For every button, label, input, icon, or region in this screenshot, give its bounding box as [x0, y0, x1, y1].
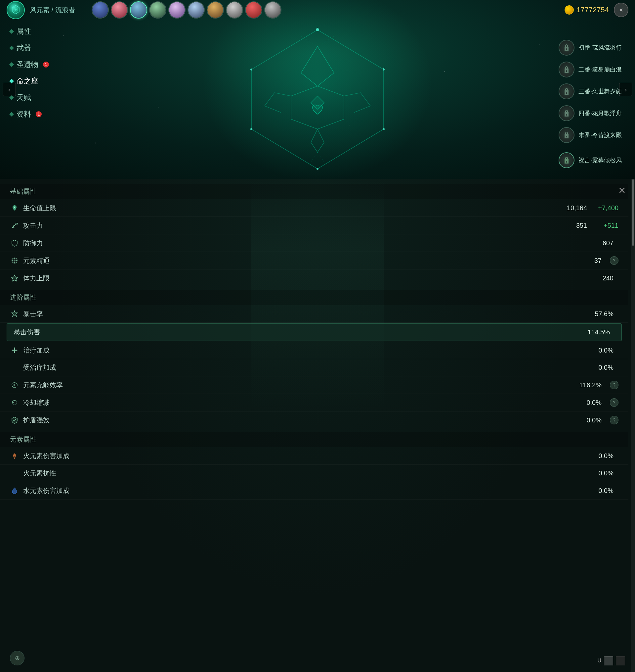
- stat-row-cd: 暴击伤害 114.5%: [7, 323, 622, 341]
- menu-label-constellation: 命之座: [17, 76, 38, 86]
- scrollbar-track[interactable]: [631, 179, 635, 672]
- bottom-nav: ⊕: [10, 651, 24, 665]
- menu-item-attributes[interactable]: 属性: [10, 26, 49, 37]
- svg-point-5: [316, 168, 319, 170]
- pyro-res-value: 0.0%: [598, 469, 613, 477]
- menu-item-weapon[interactable]: 武器: [10, 43, 49, 53]
- cr-label: 暴击率: [23, 310, 309, 318]
- cr-value: 57.6%: [595, 310, 613, 318]
- menu-label-artifact: 圣遗物: [17, 60, 38, 69]
- stat-row-hp: 生命值上限 10,164 +7,400: [0, 199, 628, 217]
- char-avatar-6[interactable]: [188, 1, 205, 19]
- pyro-dmg-label: 火元素伤害加成: [23, 451, 311, 460]
- skill-item-2[interactable]: 二番·簸岛崩白浪: [559, 62, 622, 78]
- profile-badge: 1: [36, 111, 42, 117]
- cdr-icon: [10, 398, 19, 407]
- heal-label: 治疗加成: [23, 346, 311, 355]
- atk-bonus: +511: [592, 222, 618, 229]
- menu-label-talent: 天赋: [17, 93, 31, 103]
- er-label: 元素充能效率: [23, 381, 301, 390]
- gold-amount: 17772754: [576, 6, 609, 14]
- em-value: 37: [594, 257, 601, 265]
- skill-item-4[interactable]: 四番·花月歌浮舟: [559, 105, 622, 121]
- char-avatar-1[interactable]: [92, 1, 109, 19]
- heal-recv-value: 0.0%: [598, 364, 613, 372]
- skill-item-5[interactable]: 末番·今昔渡来殿: [559, 127, 622, 143]
- menu-item-profile[interactable]: 资料 1: [10, 109, 49, 119]
- nav-square-2[interactable]: [616, 656, 625, 665]
- stat-row-def: 防御力 607: [0, 234, 628, 252]
- menu-diamond-profile: [9, 112, 14, 117]
- em-icon: [10, 256, 19, 265]
- cr-icon: [10, 309, 19, 318]
- cdr-value: 0.0%: [586, 399, 601, 406]
- stat-row-stamina: 体力上限 240: [0, 270, 628, 287]
- stat-row-hydro-dmg: 水元素伤害加成 0.0%: [0, 482, 628, 500]
- char-avatar-7[interactable]: [207, 1, 224, 19]
- cdr-label: 冷却缩减: [23, 398, 305, 407]
- nav-square-1[interactable]: [604, 656, 613, 665]
- em-help[interactable]: ?: [610, 256, 618, 265]
- hydro-dmg-value: 0.0%: [598, 487, 613, 495]
- cd-label: 暴击伤害: [14, 328, 301, 337]
- stamina-label: 体力上限: [23, 274, 313, 283]
- menu-item-artifact[interactable]: 圣遗物 1: [10, 60, 49, 69]
- char-avatar-5[interactable]: [168, 1, 185, 19]
- heal-value: 0.0%: [598, 346, 613, 354]
- bottom-nav-add[interactable]: ⊕: [10, 651, 24, 665]
- menu-item-constellation[interactable]: 命之座: [10, 76, 49, 86]
- hp-value: 10,164: [567, 204, 587, 212]
- cdr-help[interactable]: ?: [610, 398, 618, 407]
- left-menu: 属性 武器 圣遗物 1 命之座 天赋 资料 1: [10, 26, 49, 119]
- stat-row-heal-recv: 受治疗加成 0.0%: [0, 359, 628, 376]
- skill-item-1[interactable]: 初番·茂风流羽行: [559, 40, 622, 56]
- top-section: 风元素 / 流浪者: [0, 0, 635, 179]
- def-label: 防御力: [23, 239, 313, 248]
- def-value: 607: [603, 239, 613, 247]
- stat-row-atk: 攻击力 351 +511: [0, 217, 628, 234]
- pyro-icon: [10, 451, 19, 460]
- char-avatar-10[interactable]: [264, 1, 281, 19]
- skill-name-6: 祝言·霓幕倾松风: [578, 156, 622, 164]
- section-advanced-title: 进阶属性: [0, 290, 628, 305]
- stat-row-pyro-res: 火元素抗性 0.0%: [0, 465, 628, 482]
- skill-item-6[interactable]: 祝言·霓幕倾松风: [559, 152, 622, 168]
- em-label: 元素精通: [23, 256, 309, 265]
- character-avatar-list: [92, 1, 281, 19]
- nav-u-label: U: [597, 658, 601, 664]
- hydro-icon: [10, 486, 19, 495]
- shield-icon: [10, 416, 19, 425]
- shield-help[interactable]: ?: [610, 416, 618, 424]
- shield-label: 护盾强效: [23, 416, 305, 425]
- bottom-right-nav: U: [597, 656, 625, 665]
- hp-icon: [10, 203, 19, 212]
- skill-name-3: 三番·久世舞夕颜: [578, 87, 622, 95]
- section-elemental-title: 元素属性: [0, 432, 628, 447]
- char-avatar-4[interactable]: [149, 1, 166, 19]
- menu-label-weapon: 武器: [17, 43, 31, 53]
- constellation-area: [222, 20, 413, 172]
- char-avatar-8[interactable]: [226, 1, 243, 19]
- stat-row-pyro-dmg: 火元素伤害加成 0.0%: [0, 447, 628, 465]
- stat-row-er: 元素充能效率 116.2% ?: [0, 376, 628, 394]
- close-button[interactable]: ×: [614, 3, 628, 17]
- er-help[interactable]: ?: [610, 381, 618, 389]
- svg-point-6: [250, 128, 253, 130]
- svg-point-0: [15, 8, 17, 10]
- char-avatar-3[interactable]: [130, 1, 147, 19]
- char-avatar-9[interactable]: [245, 1, 262, 19]
- menu-label-attributes: 属性: [17, 26, 31, 37]
- atk-icon: [10, 221, 19, 230]
- skill-item-3[interactable]: 三番·久世舞夕颜: [559, 83, 622, 99]
- stat-row-shield: 护盾强效 0.0% ?: [0, 412, 628, 429]
- menu-diamond-constellation: [9, 79, 14, 83]
- scrollbar-thumb[interactable]: [632, 180, 634, 246]
- shield-value: 0.0%: [586, 416, 601, 424]
- atk-label: 攻击力: [23, 221, 300, 230]
- game-logo: [7, 1, 25, 19]
- hp-label: 生命值上限: [23, 204, 295, 212]
- menu-item-talent[interactable]: 天赋: [10, 93, 49, 103]
- skill-lock-3: [559, 83, 574, 99]
- char-avatar-2[interactable]: [111, 1, 128, 19]
- right-skills-panel: 初番·茂风流羽行 二番·簸岛崩白浪 三番·久世舞夕颜: [559, 40, 622, 168]
